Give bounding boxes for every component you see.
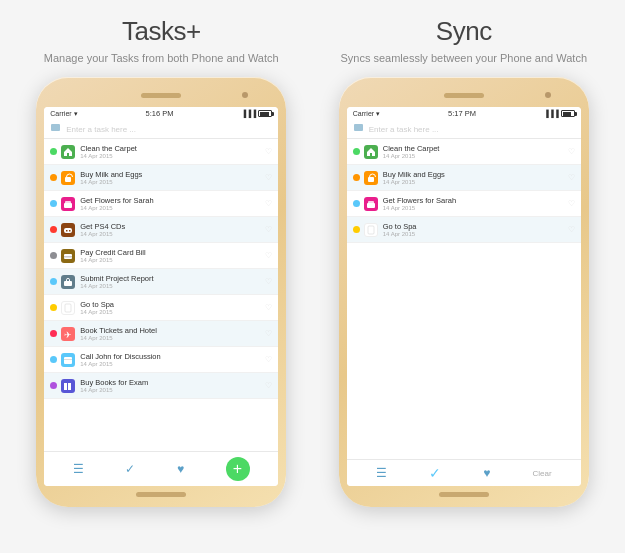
left-task-list: Clean the Carpet14 Apr 2015♡Buy Milk and… <box>44 139 278 451</box>
left-toolbar-add-button[interactable]: + <box>226 457 250 481</box>
right-phone-camera <box>545 92 551 98</box>
task-item[interactable]: Go to Spa14 Apr 2015♡ <box>44 295 278 321</box>
task-item[interactable]: Get Flowers for Sarah14 Apr 2015♡ <box>347 191 581 217</box>
left-title: Tasks+ <box>122 16 201 47</box>
task-favorite-icon[interactable]: ♡ <box>265 303 272 312</box>
task-dot <box>353 200 360 207</box>
task-favorite-icon[interactable]: ♡ <box>265 173 272 182</box>
search-placeholder-text: Enter a task here ... <box>66 125 136 134</box>
task-favorite-icon[interactable]: ♡ <box>568 225 575 234</box>
task-favorite-icon[interactable]: ♡ <box>568 173 575 182</box>
svg-rect-7 <box>69 230 71 232</box>
task-item[interactable]: Clean the Carpet14 Apr 2015♡ <box>44 139 278 165</box>
left-search-bar[interactable]: Enter a task here ... <box>44 120 278 139</box>
task-favorite-icon[interactable]: ♡ <box>265 199 272 208</box>
svg-rect-17 <box>354 124 363 131</box>
task-date: 14 Apr 2015 <box>80 361 262 367</box>
task-category-icon <box>61 353 75 367</box>
left-carrier: Carrier ▾ <box>50 110 77 118</box>
right-status-icons: ▐▐▐ <box>544 110 575 117</box>
right-time: 5:17 PM <box>448 109 476 118</box>
signal-icon: ▐▐▐ <box>241 110 256 117</box>
right-search-bar[interactable]: Enter a task here ... <box>347 120 581 139</box>
task-favorite-icon[interactable]: ♡ <box>265 147 272 156</box>
task-name: Buy Milk and Eggs <box>383 170 565 179</box>
task-item[interactable]: Pay Credit Card Bill14 Apr 2015♡ <box>44 243 278 269</box>
right-column: Sync Syncs seamlessly between your Phone… <box>323 16 606 543</box>
task-name: Get Flowers for Sarah <box>80 196 262 205</box>
task-text-group: Get Flowers for Sarah14 Apr 2015 <box>383 196 565 211</box>
right-phone-screen: Carrier ▾ 5:17 PM ▐▐▐ Enter a task here … <box>347 107 581 486</box>
right-toolbar-heart-icon[interactable]: ♥ <box>483 466 490 480</box>
right-task-list: Clean the Carpet14 Apr 2015♡Buy Milk and… <box>347 139 581 459</box>
task-item[interactable]: Submit Project Report14 Apr 2015♡ <box>44 269 278 295</box>
right-carrier: Carrier ▾ <box>353 110 380 118</box>
task-favorite-icon[interactable]: ♡ <box>568 199 575 208</box>
task-favorite-icon[interactable]: ♡ <box>265 381 272 390</box>
task-item[interactable]: Clean the Carpet14 Apr 2015♡ <box>347 139 581 165</box>
task-favorite-icon[interactable]: ♡ <box>265 225 272 234</box>
search-icon <box>50 123 62 135</box>
task-item[interactable]: Go to Spa14 Apr 2015♡ <box>347 217 581 243</box>
task-favorite-icon[interactable]: ♡ <box>265 277 272 286</box>
task-date: 14 Apr 2015 <box>383 231 565 237</box>
task-name: Submit Project Report <box>80 274 262 283</box>
task-item[interactable]: Get PS4 CDs14 Apr 2015♡ <box>44 217 278 243</box>
right-toolbar-menu-icon[interactable]: ☰ <box>376 466 387 480</box>
task-text-group: Call John for Discussion14 Apr 2015 <box>80 352 262 367</box>
task-category-icon <box>61 171 75 185</box>
task-name: Buy Books for Exam <box>80 378 262 387</box>
right-status-bar: Carrier ▾ 5:17 PM ▐▐▐ <box>347 107 581 120</box>
task-item[interactable]: Buy Milk and Eggs14 Apr 2015♡ <box>44 165 278 191</box>
task-dot <box>50 174 57 181</box>
task-text-group: Clean the Carpet14 Apr 2015 <box>80 144 262 159</box>
task-item[interactable]: Call John for Discussion14 Apr 2015♡ <box>44 347 278 373</box>
task-dot <box>50 200 57 207</box>
right-toolbar-clear-button[interactable]: Clear <box>533 469 552 478</box>
svg-rect-16 <box>68 383 71 390</box>
svg-rect-15 <box>64 383 67 390</box>
task-favorite-icon[interactable]: ♡ <box>265 329 272 338</box>
left-toolbar-menu-icon[interactable]: ☰ <box>73 462 84 476</box>
left-subtitle: Manage your Tasks from both Phone and Wa… <box>44 51 279 65</box>
task-name: Call John for Discussion <box>80 352 262 361</box>
task-name: Get Flowers for Sarah <box>383 196 565 205</box>
svg-rect-21 <box>368 201 374 204</box>
svg-rect-6 <box>66 230 68 232</box>
left-time: 5:16 PM <box>146 109 174 118</box>
left-toolbar-heart-icon[interactable]: ♥ <box>177 462 184 476</box>
task-text-group: Buy Books for Exam14 Apr 2015 <box>80 378 262 393</box>
main-container: Tasks+ Manage your Tasks from both Phone… <box>0 0 625 553</box>
task-text-group: Submit Project Report14 Apr 2015 <box>80 274 262 289</box>
left-toolbar-check-icon[interactable]: ✓ <box>125 462 135 476</box>
svg-rect-9 <box>64 256 72 258</box>
task-category-icon: ✈ <box>61 327 75 341</box>
task-dot <box>50 148 57 155</box>
task-favorite-icon[interactable]: ♡ <box>265 355 272 364</box>
task-name: Clean the Carpet <box>80 144 262 153</box>
task-text-group: Go to Spa14 Apr 2015 <box>383 222 565 237</box>
task-item[interactable]: Buy Books for Exam14 Apr 2015♡ <box>44 373 278 399</box>
task-date: 14 Apr 2015 <box>80 231 262 237</box>
task-text-group: Book Tickets and Hotel14 Apr 2015 <box>80 326 262 341</box>
svg-rect-22 <box>368 226 374 234</box>
svg-rect-11 <box>65 304 71 312</box>
task-favorite-icon[interactable]: ♡ <box>265 251 272 260</box>
task-item[interactable]: Get Flowers for Sarah14 Apr 2015♡ <box>44 191 278 217</box>
svg-rect-14 <box>64 359 72 360</box>
task-dot <box>353 226 360 233</box>
left-phone-speaker <box>141 93 181 98</box>
task-date: 14 Apr 2015 <box>383 205 565 211</box>
task-item[interactable]: Buy Milk and Eggs14 Apr 2015♡ <box>347 165 581 191</box>
svg-rect-2 <box>65 177 71 182</box>
right-battery-icon <box>561 110 575 117</box>
task-favorite-icon[interactable]: ♡ <box>568 147 575 156</box>
task-date: 14 Apr 2015 <box>80 335 262 341</box>
task-date: 14 Apr 2015 <box>80 153 262 159</box>
task-dot <box>353 148 360 155</box>
left-status-bar: Carrier ▾ 5:16 PM ▐▐▐ <box>44 107 278 120</box>
right-toolbar-check-icon[interactable]: ✓ <box>429 465 441 481</box>
task-item[interactable]: ✈Book Tickets and Hotel14 Apr 2015♡ <box>44 321 278 347</box>
task-name: Buy Milk and Eggs <box>80 170 262 179</box>
svg-rect-4 <box>65 201 71 204</box>
